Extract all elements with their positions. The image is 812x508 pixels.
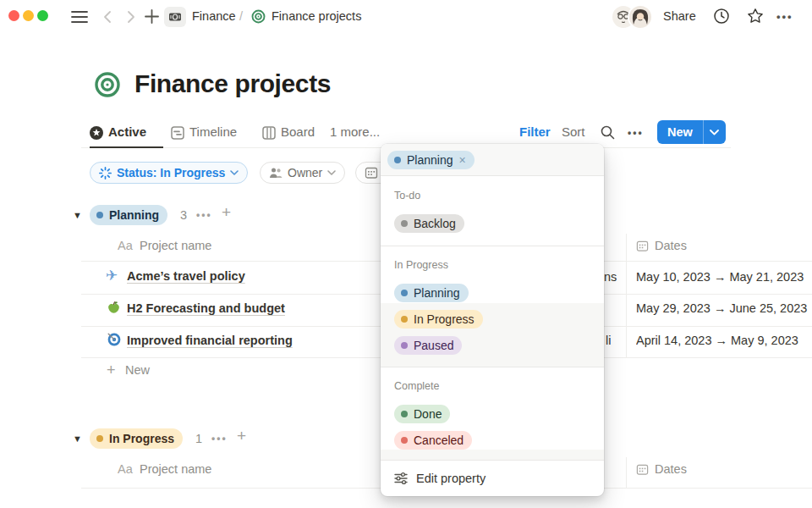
tag-dot xyxy=(401,342,408,349)
dates-cell[interactable]: May 29, 2023 → June 25, 2023 xyxy=(636,301,812,315)
status-option-planning[interactable]: Planning xyxy=(394,284,469,302)
dropdown-section-title: In Progress xyxy=(394,259,448,271)
status-burst-icon xyxy=(99,167,112,179)
new-dropdown-chevron-icon[interactable] xyxy=(704,120,726,144)
tag-dot xyxy=(401,220,408,227)
board-view-icon xyxy=(262,126,276,140)
group-name: In Progress xyxy=(109,432,174,445)
status-option-canceled[interactable]: Canceled xyxy=(394,431,472,450)
search-icon[interactable] xyxy=(600,124,616,141)
add-row-plus-icon[interactable]: + xyxy=(107,362,116,379)
option-label: In Progress xyxy=(414,312,475,326)
finance-banknote-icon xyxy=(164,7,186,27)
active-view-star-icon xyxy=(90,126,103,140)
dropdown-divider xyxy=(381,246,604,246)
option-label: Done xyxy=(414,407,442,421)
traffic-light-close-button[interactable] xyxy=(8,10,19,21)
status-option-in-progress[interactable]: In Progress xyxy=(394,310,483,329)
sidebar-menu-icon[interactable] xyxy=(71,10,88,24)
group-more-icon[interactable]: ••• xyxy=(211,433,228,444)
nav-back-icon[interactable] xyxy=(101,9,114,25)
avatar[interactable] xyxy=(629,6,651,28)
add-row-label[interactable]: New xyxy=(125,363,150,377)
status-filter-dropdown: Planning × To-do Backlog In Progress Pla… xyxy=(381,144,604,496)
edit-property-item[interactable]: Edit property xyxy=(381,460,604,496)
tab-more[interactable]: 1 more... xyxy=(330,124,380,139)
tag-dot xyxy=(96,435,103,442)
calendar-icon xyxy=(636,240,649,252)
breadcrumb-parent[interactable]: Finance xyxy=(192,9,236,23)
dropdown-divider xyxy=(381,367,604,367)
nav-forward-icon[interactable] xyxy=(124,9,138,25)
new-page-plus-icon[interactable] xyxy=(144,8,160,25)
people-icon xyxy=(269,167,283,179)
project-row-name[interactable]: Improved financial reporting xyxy=(127,334,293,347)
share-button[interactable]: Share xyxy=(663,9,696,23)
chevron-down-icon xyxy=(230,170,239,176)
calendar-icon xyxy=(365,166,378,179)
status-filter-label: Status: In Progress xyxy=(117,166,225,179)
option-label: Paused xyxy=(414,339,453,352)
owner-filter-chip[interactable]: Owner xyxy=(260,162,345,184)
column-divider xyxy=(626,457,627,488)
owner-cell-fragment[interactable]: ns xyxy=(604,270,617,284)
status-option-paused[interactable]: Paused xyxy=(394,336,462,355)
column-type-icon: Aa xyxy=(118,462,133,476)
status-option-backlog[interactable]: Backlog xyxy=(394,214,464,233)
page-title-icon[interactable] xyxy=(94,71,121,98)
new-button[interactable]: New xyxy=(657,120,703,144)
group-collapse-triangle-icon[interactable]: ▼ xyxy=(73,433,82,444)
selected-status-label: Planning xyxy=(407,153,453,167)
tag-dot xyxy=(401,437,408,444)
filter-button[interactable]: Filter xyxy=(519,124,551,139)
group-add-icon[interactable]: + xyxy=(237,427,246,445)
dropdown-section-title: Complete xyxy=(394,380,440,392)
column-header-dates[interactable]: Dates xyxy=(655,239,687,252)
group-add-icon[interactable]: + xyxy=(222,203,231,222)
traffic-light-minimize-button[interactable] xyxy=(23,10,34,21)
project-row-name[interactable]: H2 Forecasting and budget xyxy=(127,301,285,315)
timeline-view-icon xyxy=(171,126,184,140)
option-label: Canceled xyxy=(414,433,464,447)
group-name: Planning xyxy=(109,208,159,222)
group-collapse-triangle-icon[interactable]: ▼ xyxy=(73,210,82,220)
topbar-more-icon[interactable]: ••• xyxy=(776,10,793,23)
airplane-icon: ✈ xyxy=(106,268,118,283)
group-count: 3 xyxy=(180,208,187,222)
group-more-icon[interactable]: ••• xyxy=(196,209,212,221)
column-header-project-name[interactable]: Project name xyxy=(140,239,211,252)
status-option-done[interactable]: Done xyxy=(394,405,450,423)
column-header-dates[interactable]: Dates xyxy=(655,462,687,476)
sort-button[interactable]: Sort xyxy=(562,124,585,139)
group-header-tag[interactable]: In Progress xyxy=(90,428,183,449)
apple-icon xyxy=(107,301,121,315)
view-options-more-icon[interactable]: ••• xyxy=(628,127,644,139)
option-label: Backlog xyxy=(414,217,456,230)
dates-cell[interactable]: April 14, 2023 → May 9, 2023 xyxy=(636,334,812,347)
status-filter-chip[interactable]: Status: In Progress xyxy=(90,162,248,184)
page-title[interactable]: Finance projects xyxy=(134,69,331,98)
tag-dot xyxy=(401,411,408,417)
column-header-project-name[interactable]: Project name xyxy=(140,462,211,476)
scroll-shade xyxy=(381,450,604,460)
owner-cell-fragment[interactable]: li xyxy=(606,334,611,347)
dropdown-section-title: To-do xyxy=(394,190,420,202)
column-type-icon: Aa xyxy=(118,239,133,252)
tag-dot xyxy=(401,290,408,296)
favorite-star-icon[interactable] xyxy=(747,8,764,25)
column-divider xyxy=(626,234,627,357)
selected-status-tag[interactable]: Planning × xyxy=(387,151,475,169)
tab-active[interactable]: Active xyxy=(108,124,146,139)
group-header-tag[interactable]: Planning xyxy=(90,205,167,225)
tab-board[interactable]: Board xyxy=(281,124,315,139)
remove-tag-icon[interactable]: × xyxy=(459,154,466,166)
dates-cell[interactable]: May 10, 2023 → May 21, 2023 xyxy=(636,270,812,284)
tab-timeline[interactable]: Timeline xyxy=(189,124,237,139)
traffic-light-zoom-button[interactable] xyxy=(37,10,48,21)
updates-clock-icon[interactable] xyxy=(713,8,730,25)
sliders-icon xyxy=(394,472,408,485)
group-count: 1 xyxy=(195,432,202,445)
target-icon xyxy=(251,9,266,24)
project-row-name[interactable]: Acme’s travel policy xyxy=(127,269,245,283)
breadcrumb-current[interactable]: Finance projects xyxy=(272,9,361,23)
